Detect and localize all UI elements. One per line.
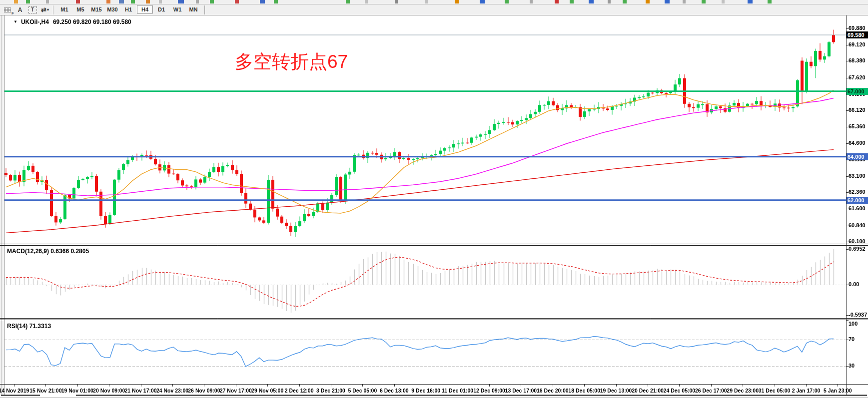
- time-axis-label: 26 Dec 17:00: [695, 388, 727, 394]
- price-axis-label: 68.380: [849, 57, 866, 63]
- price-axis-label: 63.100: [849, 173, 866, 179]
- ohlc-values: 69.250 69.820 69.180 69.580: [53, 18, 131, 25]
- time-axis-label: 19 Dec 13:00: [600, 388, 632, 394]
- time-axis-label: 6 Dec 13:00: [380, 388, 409, 394]
- time-axis-label: 24 Dec 05:00: [664, 388, 696, 394]
- collapse-triangle-icon[interactable]: ▼: [13, 19, 17, 24]
- time-axis-label: 26 Nov 09:00: [188, 388, 220, 394]
- time-axis-label: 5 Jan 23:00: [824, 388, 852, 394]
- price-axis-label: 60.840: [849, 222, 866, 228]
- price-axis-label: 60.100: [849, 238, 866, 244]
- time-axis-label: 21 Nov 17:00: [124, 388, 156, 394]
- price-level-tag-69580: 69.580: [847, 31, 868, 38]
- time-axis-label: 11 Dec 01:00: [442, 388, 473, 394]
- time-axis-label: 29 Dec 23:00: [727, 388, 759, 394]
- rsi-axis-label: 70: [849, 336, 855, 342]
- price-level-tag-64000[interactable]: 64.000: [847, 153, 868, 160]
- time-axis-label: 9 Dec 16:00: [411, 388, 440, 394]
- time-axis-label: 15 Nov 21:00: [29, 388, 61, 394]
- rsi-axis-label: 30: [849, 363, 855, 369]
- time-axis-label: 27 Nov 17:00: [220, 388, 252, 394]
- price-level-tag-62000[interactable]: 62.000: [847, 197, 868, 204]
- chart-canvas[interactable]: [0, 0, 868, 398]
- time-axis-label: 2 Dec 12:00: [285, 388, 314, 394]
- time-axis-label: 13 Dec 17:00: [505, 388, 537, 394]
- macd-indicator-label: MACD(12,26,9) 0.6366 0.2805: [7, 248, 89, 255]
- price-axis-label: 65.360: [849, 123, 866, 129]
- price-axis-label: 69.120: [849, 41, 866, 47]
- time-axis-label: 20 Nov 09:00: [93, 388, 125, 394]
- macd-axis-label: -0.5937: [849, 312, 867, 318]
- time-axis-label: 19 Nov 01:00: [61, 388, 93, 394]
- price-axis-label: 61.600: [849, 205, 866, 211]
- macd-axis-label: 0.6952: [849, 246, 866, 252]
- price-axis-label: 62.360: [849, 189, 866, 195]
- rsi-axis-label: 100: [849, 321, 858, 327]
- time-axis-label: 16 Dec 20:00: [537, 388, 569, 394]
- time-axis-label: 18 Dec 05:00: [568, 388, 600, 394]
- price-level-tag-67000[interactable]: 67.000: [847, 88, 868, 95]
- time-axis-label: 5 Dec 05:00: [348, 388, 377, 394]
- chart-annotation-text: 多空转折点67: [235, 49, 348, 74]
- price-axis-label: 64.600: [849, 140, 866, 146]
- price-axis-label: 67.620: [849, 74, 866, 80]
- mt4-window: F A T ⇄ ▾ M1M5M15M30H1H4D1W1MN ▼UKOil-,H…: [0, 0, 868, 398]
- rsi-indicator-label: RSI(14) 71.3313: [7, 323, 51, 330]
- macd-axis-label: 0.00: [849, 281, 859, 287]
- time-axis-label: 24 Nov 23:00: [156, 388, 188, 394]
- time-axis-label: 14 Nov 2019: [0, 388, 29, 394]
- time-axis-label: 3 Dec 21:00: [316, 388, 345, 394]
- price-axis-label: 66.120: [849, 107, 866, 113]
- time-axis-label: 2 Jan 17:00: [792, 388, 821, 394]
- chart-title: ▼UKOil-,H469.250 69.820 69.180 69.580: [13, 18, 131, 25]
- time-axis-label: 31 Dec 05:00: [759, 388, 791, 394]
- symbol-period-label: UKOil-,H4: [21, 18, 49, 25]
- price-axis-label: 69.880: [849, 25, 866, 31]
- time-axis-label: 29 Nov 05:00: [251, 388, 283, 394]
- time-axis-label: 12 Dec 09:00: [473, 388, 505, 394]
- time-axis-label: 20 Dec 21:00: [632, 388, 664, 394]
